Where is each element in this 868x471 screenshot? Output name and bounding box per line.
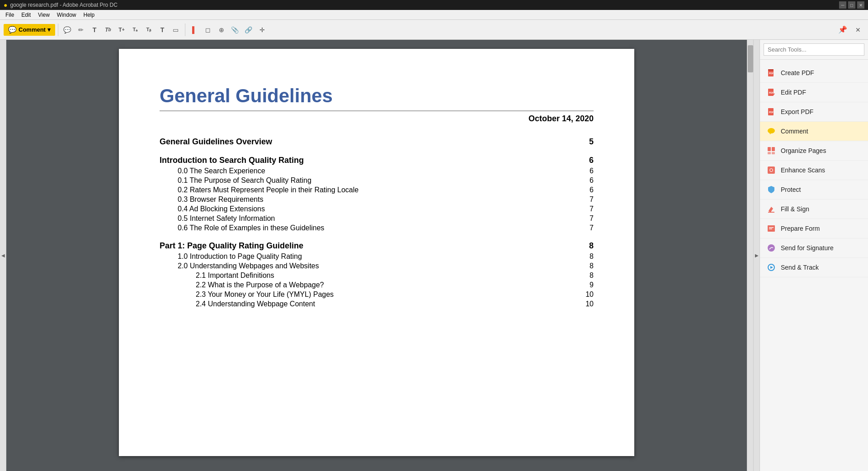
edit-pdf-label: Edit PDF (781, 89, 806, 96)
left-panel-handle[interactable]: ◀ (0, 40, 6, 471)
protect-tool[interactable]: Protect (760, 180, 868, 200)
toc-item-04: 0.4 Ad Blocking Extensions 7 (160, 205, 594, 213)
organize-pages-tool[interactable]: Organize Pages (760, 141, 868, 161)
menu-file[interactable]: File (2, 11, 18, 19)
send-track-icon (766, 262, 776, 272)
scrollbar-thumb[interactable] (748, 45, 753, 72)
prepare-form-label: Prepare Form (781, 225, 820, 232)
pdf-viewer[interactable]: General Guidelines October 14, 2020 Gene… (6, 40, 747, 471)
toc-intro-search-header: Introduction to Search Quality Rating 6 (160, 156, 594, 165)
svg-marker-23 (770, 266, 773, 269)
export-pdf-icon: PDF (766, 107, 776, 117)
svg-rect-11 (772, 147, 775, 151)
create-pdf-label: Create PDF (781, 69, 814, 76)
measure-tool-icon[interactable]: ✛ (256, 24, 269, 36)
svg-rect-20 (769, 228, 772, 229)
menu-window[interactable]: Window (53, 11, 80, 19)
panel-tools-list: PDF Create PDF PDF Edit PDF (760, 60, 868, 281)
rectangle-tool-icon[interactable]: ▭ (170, 24, 182, 36)
text-plain-icon[interactable]: T (156, 24, 169, 36)
minimize-button[interactable]: ─ (839, 1, 846, 9)
enhance-scans-tool[interactable]: Enhance Scans (760, 161, 868, 180)
right-panel-toggle[interactable]: ▶ (753, 40, 760, 471)
create-pdf-tool[interactable]: PDF Create PDF (760, 63, 868, 83)
superscript-tool-icon[interactable]: T+ (115, 24, 128, 36)
text-size-a-icon[interactable]: Tₐ (129, 24, 142, 36)
left-collapse-icon: ◀ (1, 253, 5, 258)
toc-item-21: 2.1 Important Definitions 8 (160, 271, 594, 280)
edit-pdf-icon: PDF (766, 87, 776, 97)
toc-item-00: 0.0 The Search Experience 6 (160, 167, 594, 175)
close-toolbar-icon[interactable]: ✕ (852, 24, 864, 36)
right-panel: PDF Create PDF PDF Edit PDF (760, 40, 868, 471)
eraser-tool-icon[interactable]: ◻ (202, 24, 214, 36)
attach-file-icon[interactable]: 📎 (229, 24, 241, 36)
export-pdf-label: Export PDF (781, 108, 813, 115)
send-for-signature-icon (766, 243, 776, 253)
toc-item-10: 1.0 Introduction to Page Quality Rating … (160, 252, 594, 261)
menu-view[interactable]: View (34, 11, 53, 19)
svg-point-8 (768, 128, 775, 133)
pdf-date: October 14, 2020 (160, 114, 594, 124)
pencil-tool-icon[interactable]: ✏ (75, 24, 87, 36)
svg-rect-10 (768, 147, 771, 151)
link-tool-icon[interactable]: 🔗 (242, 24, 255, 36)
prepare-form-tool[interactable]: Prepare Form (760, 219, 868, 238)
comment-button[interactable]: 💬 Comment ▾ (4, 24, 55, 36)
window-title: google research.pdf - Adobe Acrobat Pro … (10, 2, 117, 8)
toc-item-24: 2.4 Understanding Webpage Content 10 (160, 300, 594, 308)
toc-overview-label: General Guidelines Overview (160, 137, 272, 147)
enhance-scans-icon (766, 165, 776, 175)
toc-part1-page: 8 (589, 241, 594, 251)
app-icon: ● (4, 1, 7, 9)
close-window-button[interactable]: ✕ (857, 1, 864, 9)
pin-toolbar-icon[interactable]: 📌 (836, 24, 849, 36)
comment-icon: 💬 (8, 26, 17, 34)
svg-rect-1 (768, 69, 774, 71)
menu-edit[interactable]: Edit (18, 11, 34, 19)
toc-intro-search-label: Introduction to Search Quality Rating (160, 156, 304, 165)
pdf-page: General Guidelines October 14, 2020 Gene… (119, 49, 634, 456)
comment-panel-label: Comment (781, 128, 808, 135)
send-track-label: Send & Track (781, 264, 819, 271)
text-size-b-icon[interactable]: Tᵦ (142, 24, 155, 36)
stamp-tool-icon[interactable]: ⊕ (215, 24, 228, 36)
toc-item-20: 2.0 Understanding Webpages and Websites … (160, 262, 594, 270)
svg-text:PDF: PDF (769, 111, 774, 114)
organize-pages-icon (766, 146, 776, 156)
pdf-scrollbar[interactable] (747, 40, 753, 471)
main-area: ◀ General Guidelines October 14, 2020 Ge… (0, 40, 868, 471)
send-for-signature-tool[interactable]: Send for Signature (760, 238, 868, 258)
menu-help[interactable]: Help (80, 11, 99, 19)
svg-text:PDF: PDF (769, 72, 774, 75)
protect-label: Protect (781, 186, 801, 193)
highlight-tool-icon[interactable]: ▌ (188, 24, 201, 36)
toolbar-separator-2 (185, 24, 185, 36)
toc-part1-label: Part 1: Page Quality Rating Guideline (160, 241, 303, 251)
export-pdf-tool[interactable]: PDF Export PDF (760, 102, 868, 122)
send-track-tool[interactable]: Send & Track (760, 258, 868, 277)
send-for-signature-label: Send for Signature (781, 244, 834, 252)
fill-sign-tool[interactable]: Fill & Sign (760, 200, 868, 219)
right-panel-search-header (760, 40, 868, 60)
protect-icon (766, 185, 776, 195)
text-tool-icon[interactable]: T (88, 24, 101, 36)
svg-rect-19 (769, 227, 774, 228)
toc-item-03: 0.3 Browser Requirements 7 (160, 195, 594, 204)
toc-part1-header: Part 1: Page Quality Rating Guideline 8 (160, 241, 594, 251)
speech-bubble-icon[interactable]: 💬 (61, 24, 74, 36)
comment-panel-icon (766, 126, 776, 136)
svg-point-16 (770, 169, 772, 171)
pdf-title: General Guidelines (160, 85, 594, 107)
toc-item-23: 2.3 Your Money or Your Life (YMYL) Pages… (160, 290, 594, 299)
menu-bar: File Edit View Window Help (0, 10, 868, 20)
comment-tool[interactable]: Comment (760, 122, 868, 141)
pdf-date-separator (160, 110, 594, 111)
svg-rect-13 (772, 152, 775, 154)
edit-pdf-tool[interactable]: PDF Edit PDF (760, 83, 868, 102)
toc-overview-page: 5 (589, 137, 594, 147)
search-tools-input[interactable] (764, 43, 864, 56)
toc-overview-header: General Guidelines Overview 5 (160, 137, 594, 147)
maximize-button[interactable]: □ (848, 1, 855, 9)
text-box-tool-icon[interactable]: Tb (102, 24, 114, 36)
